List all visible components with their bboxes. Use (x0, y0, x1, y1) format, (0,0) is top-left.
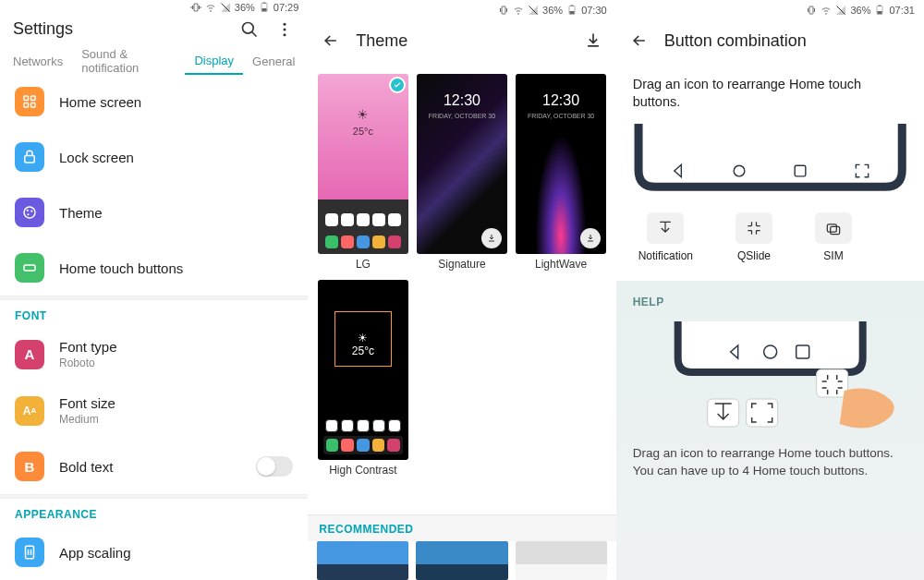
svg-rect-35 (746, 399, 777, 427)
tab-networks[interactable]: Networks (4, 49, 72, 74)
svg-rect-10 (24, 103, 29, 108)
help-section: HELP Drag an icon to rearrange Home touc… (616, 281, 924, 580)
navbar-preview (631, 124, 909, 194)
item-bold-text[interactable]: B Bold text (0, 439, 308, 494)
extra-qslide[interactable]: QSlide (736, 212, 772, 262)
svg-point-4 (243, 22, 254, 33)
fontsize-icon: AA (15, 396, 44, 426)
battery-icon (566, 5, 578, 16)
instruction-text: Drag an icon to rearrange Home touch but… (616, 63, 924, 118)
svg-rect-33 (816, 369, 847, 397)
theme-grid: ☀25°c LG 12:30FRIDAY, OCTOBER 30 Signatu… (308, 63, 615, 488)
item-lock-screen[interactable]: Lock screen (0, 129, 308, 185)
recommended-header: RECOMMENDED (308, 514, 615, 541)
battery-icon (874, 5, 885, 16)
svg-rect-2 (261, 8, 266, 11)
rec-theme-2[interactable] (416, 541, 507, 580)
wifi-icon (821, 5, 832, 16)
theme-signature[interactable]: 12:30FRIDAY, OCTOBER 30 Signature (416, 74, 507, 271)
notification-icon (647, 212, 684, 244)
bold-icon: B (15, 452, 44, 481)
svg-rect-19 (502, 6, 505, 14)
theme-lw-thumb: 12:30FRIDAY, OCTOBER 30 (516, 74, 606, 254)
nosignal-icon (528, 5, 539, 16)
extra-notification[interactable]: Notification (638, 212, 693, 262)
page-title: Settings (13, 19, 225, 39)
theme-lightwave[interactable]: 12:30FRIDAY, OCTOBER 30 LightWave (516, 74, 607, 271)
svg-rect-18 (26, 546, 34, 559)
item-font-type[interactable]: A Font typeRoboto (0, 326, 308, 382)
back-nav-icon[interactable] (664, 159, 692, 183)
search-icon[interactable] (239, 19, 260, 40)
section-appearance: APPEARANCE (0, 499, 308, 525)
qslide-icon (736, 212, 772, 244)
svg-rect-3 (262, 3, 265, 4)
touch-icon (15, 253, 44, 283)
item-theme[interactable]: Theme (0, 185, 308, 240)
svg-point-13 (24, 207, 35, 218)
status-bar: 36% 07:31 (616, 0, 924, 18)
appscale-icon (15, 538, 44, 567)
tab-display[interactable]: Display (185, 48, 243, 75)
help-illustration (642, 321, 898, 432)
item-font-size[interactable]: AA Font sizeMedium (0, 382, 308, 439)
recommended-grid (308, 541, 615, 580)
theme-icon (15, 198, 44, 227)
theme-lg[interactable]: ☀25°c LG (317, 74, 408, 271)
svg-rect-26 (879, 6, 881, 6)
home-icon (15, 87, 44, 116)
section-font: FONT (0, 300, 308, 326)
header: Button combination (616, 18, 924, 63)
tabs: Networks Sound & notification Display Ge… (0, 44, 308, 74)
theme-lg-thumb: ☀25°c (318, 74, 408, 254)
selected-check-icon (389, 77, 406, 93)
svg-point-14 (27, 210, 29, 211)
wifi-icon (205, 2, 216, 13)
recent-nav-icon[interactable] (786, 159, 814, 183)
vibrate-icon (498, 5, 509, 16)
rec-theme-3[interactable] (516, 541, 607, 580)
header: Settings (0, 14, 308, 45)
svg-point-6 (284, 28, 286, 30)
svg-point-15 (30, 211, 32, 212)
bold-toggle[interactable] (256, 456, 293, 477)
download-icon[interactable] (583, 30, 603, 51)
help-text: Drag an icon to rearrange Home touch but… (633, 445, 907, 480)
svg-rect-25 (878, 11, 882, 14)
battery-icon (259, 2, 270, 13)
item-app-scaling[interactable]: App scaling (0, 525, 308, 580)
svg-point-27 (734, 165, 745, 176)
svg-rect-12 (25, 156, 35, 163)
svg-rect-23 (809, 6, 813, 14)
fonttype-icon: A (15, 340, 44, 369)
vibrate-icon (806, 5, 817, 16)
expand-nav-icon[interactable] (848, 159, 876, 183)
svg-rect-8 (24, 96, 29, 101)
svg-rect-0 (194, 4, 198, 11)
help-label: HELP (633, 296, 907, 308)
status-bar: 36% 07:29 (0, 0, 308, 14)
back-icon[interactable] (629, 30, 650, 51)
page-title: Button combination (664, 31, 911, 51)
svg-rect-28 (796, 165, 807, 176)
status-bar: 36% 07:30 (308, 0, 615, 18)
theme-sig-thumb: 12:30FRIDAY, OCTOBER 30 (417, 74, 507, 254)
svg-rect-22 (571, 6, 574, 6)
theme-panel: 36% 07:30 Theme ☀25°c LG 12:30FRIDAY, OC… (308, 0, 615, 580)
rec-theme-1[interactable] (317, 541, 408, 580)
clock: 07:29 (274, 2, 299, 13)
settings-panel: 36% 07:29 Settings Networks Sound & noti… (0, 0, 308, 580)
extra-sim[interactable]: SIM (815, 212, 852, 262)
more-icon[interactable] (274, 19, 295, 40)
svg-point-16 (27, 214, 29, 216)
item-home-screen[interactable]: Home screen (0, 74, 308, 129)
header: Theme (308, 18, 615, 63)
home-nav-icon[interactable] (725, 159, 753, 183)
back-icon[interactable] (321, 30, 341, 51)
tab-general[interactable]: General (243, 49, 304, 74)
item-touch-buttons[interactable]: Home touch buttons (0, 240, 308, 296)
svg-rect-29 (827, 224, 836, 232)
theme-hc-thumb: ☀25°c (318, 280, 408, 460)
svg-point-5 (284, 22, 286, 25)
theme-highcontrast[interactable]: ☀25°c High Contrast (317, 280, 408, 477)
